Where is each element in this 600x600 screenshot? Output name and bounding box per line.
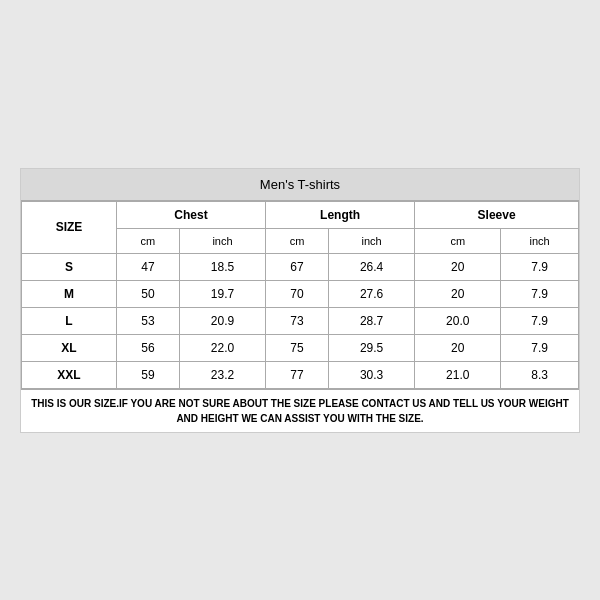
- size-cell: S: [22, 253, 117, 280]
- length-cm-cell: 67: [266, 253, 329, 280]
- chest-cm-header: cm: [116, 228, 179, 253]
- chest-inch-cell: 20.9: [179, 307, 265, 334]
- chest-inch-cell: 23.2: [179, 361, 265, 388]
- size-table: SIZE Chest Length Sleeve cm inch cm inch…: [21, 201, 579, 389]
- size-cell: XL: [22, 334, 117, 361]
- sleeve-inch-header: inch: [501, 228, 579, 253]
- length-header: Length: [266, 201, 415, 228]
- length-cm-cell: 73: [266, 307, 329, 334]
- sleeve-cm-cell: 21.0: [415, 361, 501, 388]
- chest-cm-cell: 59: [116, 361, 179, 388]
- table-row: L5320.97328.720.07.9: [22, 307, 579, 334]
- length-inch-cell: 28.7: [329, 307, 415, 334]
- sleeve-cm-header: cm: [415, 228, 501, 253]
- table-body: S4718.56726.4207.9M5019.77027.6207.9L532…: [22, 253, 579, 388]
- chest-cm-cell: 56: [116, 334, 179, 361]
- sleeve-cm-cell: 20: [415, 253, 501, 280]
- chest-cm-cell: 50: [116, 280, 179, 307]
- size-cell: XXL: [22, 361, 117, 388]
- table-row: S4718.56726.4207.9: [22, 253, 579, 280]
- chest-cm-cell: 53: [116, 307, 179, 334]
- length-inch-cell: 29.5: [329, 334, 415, 361]
- sleeve-inch-cell: 7.9: [501, 253, 579, 280]
- chest-cm-cell: 47: [116, 253, 179, 280]
- sleeve-inch-cell: 7.9: [501, 280, 579, 307]
- header-group-row: SIZE Chest Length Sleeve: [22, 201, 579, 228]
- sleeve-cm-cell: 20: [415, 280, 501, 307]
- size-cell: M: [22, 280, 117, 307]
- footer-note: THIS IS OUR SIZE.IF YOU ARE NOT SURE ABO…: [21, 389, 579, 432]
- size-header: SIZE: [22, 201, 117, 253]
- chest-header: Chest: [116, 201, 265, 228]
- chest-inch-cell: 22.0: [179, 334, 265, 361]
- table-row: M5019.77027.6207.9: [22, 280, 579, 307]
- length-inch-cell: 27.6: [329, 280, 415, 307]
- length-cm-cell: 75: [266, 334, 329, 361]
- chest-inch-cell: 18.5: [179, 253, 265, 280]
- sleeve-inch-cell: 7.9: [501, 334, 579, 361]
- size-cell: L: [22, 307, 117, 334]
- length-cm-cell: 77: [266, 361, 329, 388]
- length-inch-cell: 30.3: [329, 361, 415, 388]
- length-cm-header: cm: [266, 228, 329, 253]
- sleeve-cm-cell: 20: [415, 334, 501, 361]
- length-inch-cell: 26.4: [329, 253, 415, 280]
- length-inch-header: inch: [329, 228, 415, 253]
- chest-inch-header: inch: [179, 228, 265, 253]
- chest-inch-cell: 19.7: [179, 280, 265, 307]
- card-title: Men's T-shirts: [21, 169, 579, 201]
- length-cm-cell: 70: [266, 280, 329, 307]
- sleeve-inch-cell: 8.3: [501, 361, 579, 388]
- size-chart-card: Men's T-shirts SIZE Chest Length Sleeve …: [20, 168, 580, 433]
- table-row: XL5622.07529.5207.9: [22, 334, 579, 361]
- sleeve-inch-cell: 7.9: [501, 307, 579, 334]
- sleeve-cm-cell: 20.0: [415, 307, 501, 334]
- table-row: XXL5923.27730.321.08.3: [22, 361, 579, 388]
- sleeve-header: Sleeve: [415, 201, 579, 228]
